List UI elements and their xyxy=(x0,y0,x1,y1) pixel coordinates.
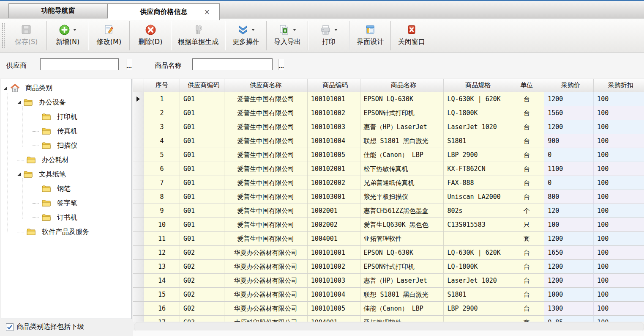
cell-采购折扣[interactable]: 100 xyxy=(594,246,644,260)
cell-单位[interactable]: 台 xyxy=(509,288,544,302)
cell-单位[interactable]: 个 xyxy=(509,204,544,218)
cell-商品名称[interactable]: 惠普（HP）LaserJet xyxy=(360,274,444,288)
expander-icon[interactable] xyxy=(17,101,21,104)
cell-商品编码[interactable]: 100102002 xyxy=(308,176,360,190)
tree-item-1[interactable]: 办公设备 xyxy=(1,95,131,110)
cell-商品规格[interactable]: 802s xyxy=(444,204,509,218)
cell-序号[interactable]: 16 xyxy=(144,302,180,316)
tree-item-9[interactable]: 订书机 xyxy=(1,210,131,225)
row-selector-cell[interactable] xyxy=(133,106,144,120)
product-name-input[interactable] xyxy=(193,59,278,70)
tree-item-7[interactable]: 钢笔 xyxy=(1,182,131,196)
cell-序号[interactable]: 14 xyxy=(144,274,180,288)
tree-item-5[interactable]: 办公耗材 xyxy=(1,153,131,167)
cell-单位[interactable]: 套 xyxy=(509,232,544,246)
cell-单位[interactable]: 台 xyxy=(509,106,544,120)
cell-序号[interactable]: 12 xyxy=(144,246,180,260)
cell-采购折扣[interactable]: 100 xyxy=(594,106,644,120)
row-selector-cell[interactable] xyxy=(133,302,144,316)
cell-采购折扣[interactable]: 100 xyxy=(594,274,644,288)
print-dropdown-icon[interactable] xyxy=(334,29,338,31)
cell-商品规格[interactable]: FAX-888 xyxy=(444,176,509,190)
cell-单位[interactable]: 台 xyxy=(509,302,544,316)
tree-item-10[interactable]: 软件产品及服务 xyxy=(1,225,131,239)
column-header-0[interactable]: 序号 xyxy=(144,79,180,92)
cell-单位[interactable]: 台 xyxy=(509,92,544,106)
cell-序号[interactable]: 1 xyxy=(144,92,180,106)
cell-采购价[interactable]: 800 xyxy=(544,190,594,204)
cell-单位[interactable]: 台 xyxy=(509,260,544,274)
add-button[interactable]: 新增(N) xyxy=(48,19,87,52)
cell-商品名称[interactable]: 松下热敏传真机 xyxy=(360,162,444,176)
cell-供应商名称[interactable]: 爱普生中国有限公司 xyxy=(224,106,308,120)
cell-商品编码[interactable]: 1002001 xyxy=(308,204,360,218)
import-export-dropdown-icon[interactable] xyxy=(293,29,296,31)
cell-供应商编码[interactable]: G02 xyxy=(180,246,224,260)
cell-商品名称[interactable]: 亚拓管理软件 xyxy=(360,316,444,322)
cell-供应商名称[interactable]: 爱普生中国有限公司 xyxy=(224,134,308,148)
cell-序号[interactable]: 4 xyxy=(144,134,180,148)
cell-采购价[interactable]: 900 xyxy=(544,134,594,148)
column-header-5[interactable]: 商品规格 xyxy=(444,79,509,92)
cell-商品名称[interactable]: 佳能（Canon） LBP xyxy=(360,302,444,316)
cell-供应商编码[interactable]: G01 xyxy=(180,190,224,204)
cell-序号[interactable]: 2 xyxy=(144,106,180,120)
cell-商品名称[interactable]: EPSON LQ-630K xyxy=(360,92,444,106)
cell-供应商名称[interactable]: 华夏办公器材有限公司 xyxy=(224,288,308,302)
column-header-7[interactable]: 采购价 xyxy=(544,79,594,92)
cell-商品规格[interactable]: LBP 2900 xyxy=(444,302,509,316)
cell-商品编码[interactable]: 100101002 xyxy=(308,260,360,274)
cell-采购折扣[interactable]: 100 xyxy=(594,134,644,148)
more-actions-dropdown-icon[interactable] xyxy=(251,29,255,31)
cell-供应商名称[interactable]: 太原科印股份有限公司 xyxy=(224,316,308,322)
cell-商品名称[interactable]: 兄弟普通纸传真机 xyxy=(360,176,444,190)
cell-采购价[interactable]: 100 xyxy=(544,218,594,232)
cell-商品规格[interactable]: S1801 xyxy=(444,288,509,302)
table-row[interactable]: 5G01爱普生中国有限公司100101005佳能（Canon） LBPLBP 2… xyxy=(133,148,644,162)
cell-采购价[interactable]: 1200 xyxy=(544,260,594,274)
tab-function-navigation[interactable]: 功能导航窗 xyxy=(8,3,108,18)
cell-采购折扣[interactable]: 100 xyxy=(594,92,644,106)
cell-商品规格[interactable]: LQ-1800K xyxy=(444,260,509,274)
table-row[interactable]: 17G03太原科印股份有限公司1004001亚拓管理软件套0.85100 xyxy=(133,316,644,322)
tree-item-3[interactable]: 传真机 xyxy=(1,124,131,138)
cell-单位[interactable]: 只 xyxy=(509,218,544,232)
cell-采购折扣[interactable]: 100 xyxy=(594,260,644,274)
expander-icon[interactable] xyxy=(4,86,7,90)
cell-商品名称[interactable]: EPSON针式打印机 xyxy=(360,260,444,274)
row-selector-cell[interactable] xyxy=(133,120,144,134)
cell-采购价[interactable]: 1560 xyxy=(544,106,594,120)
cell-供应商编码[interactable]: G02 xyxy=(180,274,224,288)
cell-供应商编码[interactable]: G01 xyxy=(180,134,224,148)
cell-供应商编码[interactable]: G01 xyxy=(180,204,224,218)
cell-商品规格[interactable] xyxy=(444,316,509,322)
table-row[interactable]: 10G01爱普生中国有限公司1002002爱普生LQ630K 黑色色C13S01… xyxy=(133,218,644,232)
cell-供应商编码[interactable]: G02 xyxy=(180,302,224,316)
delete-button[interactable]: 删除(D) xyxy=(131,19,170,52)
cell-商品编码[interactable]: 1004001 xyxy=(308,316,360,322)
cell-商品名称[interactable]: 联想 S1801 黑白激光 xyxy=(360,134,444,148)
cell-商品编码[interactable]: 100101004 xyxy=(308,288,360,302)
cell-单位[interactable]: 台 xyxy=(509,148,544,162)
tree-item-6[interactable]: 文具纸笔 xyxy=(1,167,131,182)
cell-商品编码[interactable]: 100101003 xyxy=(308,120,360,134)
tree-item-root[interactable]: 商品类别 xyxy=(1,81,131,95)
include-children-checkbox-row[interactable]: 商品类别选择包括下级 xyxy=(6,322,84,331)
cell-供应商编码[interactable]: G01 xyxy=(180,162,224,176)
column-header-4[interactable]: 商品名称 xyxy=(360,79,444,92)
cell-商品规格[interactable]: LaserJet 1020 xyxy=(444,274,509,288)
row-selector-cell[interactable] xyxy=(133,260,144,274)
cell-单位[interactable]: 台 xyxy=(509,246,544,260)
cell-商品名称[interactable]: 亚拓管理软件 xyxy=(360,232,444,246)
cell-商品名称[interactable]: EPSON针式打印机 xyxy=(360,106,444,120)
cell-供应商名称[interactable]: 爱普生中国有限公司 xyxy=(224,162,308,176)
table-row[interactable]: 6G01爱普生中国有限公司100102001松下热敏传真机KX-FT862CN台… xyxy=(133,162,644,176)
row-selector-cell[interactable] xyxy=(133,218,144,232)
cell-供应商名称[interactable]: 爱普生中国有限公司 xyxy=(224,148,308,162)
cell-采购折扣[interactable]: 100 xyxy=(594,218,644,232)
tab-close-icon[interactable]: × xyxy=(204,8,210,16)
cell-序号[interactable]: 17 xyxy=(144,316,180,322)
table-row[interactable]: 7G01爱普生中国有限公司100102002兄弟普通纸传真机FAX-888台01… xyxy=(133,176,644,190)
cell-供应商编码[interactable]: G02 xyxy=(180,288,224,302)
cell-商品规格[interactable]: C13S015583 xyxy=(444,218,509,232)
